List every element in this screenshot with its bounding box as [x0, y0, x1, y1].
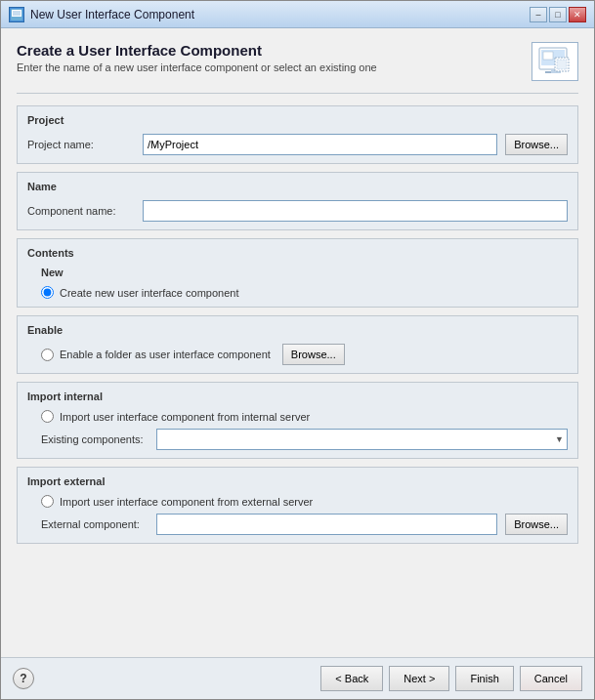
svg-rect-2: [13, 11, 21, 16]
window-title: New User Interface Component: [30, 8, 194, 21]
contents-section-label: Contents: [27, 247, 568, 259]
main-window: New User Interface Component – □ ✕ Creat…: [0, 0, 595, 700]
header-divider: [17, 93, 578, 94]
name-section: Name Component name:: [17, 172, 578, 230]
new-subsection-label: New: [41, 267, 568, 278]
enable-section: Enable Enable a folder as user interface…: [17, 315, 578, 374]
dialog-content: Create a User Interface Component Enter …: [1, 28, 594, 657]
import-internal-section: Import internal Import user interface co…: [17, 382, 578, 459]
bottom-bar: ? < Back Next > Finish Cancel: [1, 657, 594, 699]
enable-radio-row: Enable a folder as user interface compon…: [41, 344, 568, 365]
dialog-title: Create a User Interface Component: [17, 42, 377, 59]
existing-components-row: Existing components: ▼: [41, 429, 568, 450]
nav-buttons: < Back Next > Finish Cancel: [320, 666, 582, 691]
project-name-row: Project name: Browse...: [27, 134, 568, 155]
component-name-input[interactable]: [143, 200, 568, 222]
maximize-button[interactable]: □: [549, 7, 567, 22]
project-name-label: Project name:: [27, 139, 135, 150]
import-internal-label: Import internal: [27, 391, 568, 402]
create-radio-row: Create new user interface component: [41, 286, 568, 299]
svg-rect-7: [545, 71, 551, 73]
finish-button[interactable]: Finish: [455, 666, 513, 691]
header-section: Create a User Interface Component Enter …: [17, 42, 578, 81]
existing-components-select-wrapper: ▼: [156, 429, 568, 450]
title-buttons: – □ ✕: [530, 7, 586, 22]
import-internal-radio-label[interactable]: Import user interface component from int…: [60, 411, 310, 423]
enable-radio[interactable]: [41, 349, 54, 361]
help-button[interactable]: ?: [13, 668, 34, 689]
project-browse-button[interactable]: Browse...: [505, 134, 568, 155]
create-radio-label[interactable]: Create new user interface component: [60, 287, 238, 299]
import-external-radio-row: Import user interface component from ext…: [41, 495, 568, 508]
external-component-row: External component: Browse...: [41, 514, 568, 535]
external-component-label: External component:: [41, 518, 149, 530]
window-icon: [9, 7, 24, 22]
header-icon: [531, 42, 578, 81]
header-text: Create a User Interface Component Enter …: [17, 42, 377, 73]
title-bar: New User Interface Component – □ ✕: [1, 1, 594, 28]
name-section-label: Name: [27, 181, 568, 192]
minimize-button[interactable]: –: [530, 7, 547, 22]
dialog-description: Enter the name of a new user interface c…: [17, 62, 377, 73]
svg-rect-3: [12, 18, 21, 20]
component-name-label: Component name:: [27, 205, 135, 217]
project-section-label: Project: [27, 114, 568, 126]
svg-rect-6: [543, 52, 553, 60]
import-external-section: Import external Import user interface co…: [17, 467, 578, 544]
import-internal-radio-row: Import user interface component from int…: [41, 410, 568, 423]
external-component-input[interactable]: [156, 514, 497, 535]
external-browse-button[interactable]: Browse...: [505, 514, 568, 535]
enable-radio-label[interactable]: Enable a folder as user interface compon…: [60, 349, 271, 360]
project-name-input[interactable]: [143, 134, 497, 155]
title-bar-left: New User Interface Component: [9, 7, 194, 22]
enable-browse-button[interactable]: Browse...: [282, 344, 345, 365]
import-internal-radio[interactable]: [41, 410, 54, 423]
project-section: Project Project name: Browse...: [17, 105, 578, 164]
cancel-button[interactable]: Cancel: [520, 666, 582, 691]
contents-section: Contents New Create new user interface c…: [17, 238, 578, 308]
enable-section-label: Enable: [27, 324, 568, 336]
existing-components-label: Existing components:: [41, 433, 149, 445]
next-button[interactable]: Next >: [389, 666, 449, 691]
existing-components-select[interactable]: [156, 429, 568, 450]
component-name-row: Component name:: [27, 200, 568, 222]
svg-rect-10: [557, 60, 567, 69]
import-external-radio[interactable]: [41, 495, 54, 508]
sections-container: Project Project name: Browse... Name Com…: [17, 105, 578, 649]
close-button[interactable]: ✕: [569, 7, 586, 22]
import-external-label: Import external: [27, 475, 568, 487]
back-button[interactable]: < Back: [320, 666, 383, 691]
import-external-radio-label[interactable]: Import user interface component from ext…: [60, 496, 313, 508]
create-radio[interactable]: [41, 286, 54, 299]
